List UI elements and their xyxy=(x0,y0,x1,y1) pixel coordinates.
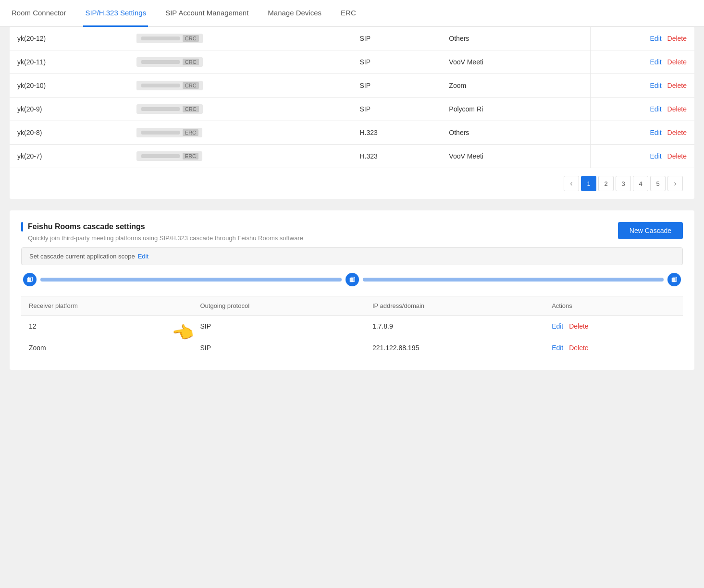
cascade-title-text: Feishu Rooms cascade settings xyxy=(28,222,145,231)
cell-actions-1: Edit Delete xyxy=(590,50,694,74)
cascade-subtitle: Quickly join third-party meeting platfor… xyxy=(28,234,303,242)
delete-button-3[interactable]: Delete xyxy=(667,105,687,113)
cell-actions-4: Edit Delete xyxy=(590,121,694,145)
cascade-protocol-1: SIP xyxy=(192,337,364,359)
tag-label-2: CRC xyxy=(183,82,199,89)
cascade-title-group: Feishu Rooms cascade settings Quickly jo… xyxy=(21,222,303,242)
cascade-protocol-0: SIP xyxy=(192,316,364,337)
cascade-edit-button-0[interactable]: Edit xyxy=(552,322,563,330)
cascade-actions-0: Edit Delete xyxy=(544,316,683,337)
tag-bar-5: ERC xyxy=(136,151,202,161)
table-row: yk(20-9) CRC SIP Polycom Ri Edit Delete xyxy=(10,98,694,121)
slider-handle-middle[interactable] xyxy=(346,273,359,286)
col-receiver-platform: Receiver platform xyxy=(21,296,192,316)
cell-platform-5: VooV Meeti xyxy=(441,145,590,168)
cell-tag-0: CRC xyxy=(129,27,352,50)
nav-room-connector[interactable]: Room Connector xyxy=(10,0,68,27)
scope-bar: Set cascade current application scope Ed… xyxy=(21,247,683,265)
top-nav: Room Connector SIP/H.323 Settings SIP Ac… xyxy=(0,0,704,27)
edit-button-1[interactable]: Edit xyxy=(650,58,662,66)
table-row: yk(20-7) ERC H.323 VooV Meeti Edit Delet… xyxy=(10,145,694,168)
cascade-table-row: Zoom SIP 221.122.88.195 Edit Delete xyxy=(21,337,683,359)
copy-icon-middle xyxy=(349,276,356,283)
tag-label-3: CRC xyxy=(183,106,199,112)
slider-handle-right[interactable] xyxy=(667,273,681,286)
tag-bar-3: CRC xyxy=(136,104,203,114)
cell-name-4: yk(20-8) xyxy=(10,121,129,145)
delete-button-0[interactable]: Delete xyxy=(667,35,687,42)
page-1-button[interactable]: 1 xyxy=(581,176,596,191)
cascade-ip-1: 221.122.88.195 xyxy=(365,337,544,359)
cell-actions-2: Edit Delete xyxy=(590,74,694,98)
nav-manage-devices[interactable]: Manage Devices xyxy=(266,0,323,27)
delete-button-5[interactable]: Delete xyxy=(667,152,687,160)
tag-label-0: CRC xyxy=(183,35,199,42)
cell-actions-5: Edit Delete xyxy=(590,145,694,168)
slider-handle-left[interactable] xyxy=(23,273,37,286)
cascade-table-header-row: Receiver platform Outgoing protocol IP a… xyxy=(21,296,683,316)
slider-segment-1 xyxy=(40,278,342,282)
delete-button-1[interactable]: Delete xyxy=(667,58,687,66)
cascade-section: Feishu Rooms cascade settings Quickly jo… xyxy=(10,210,694,370)
nav-sip-account[interactable]: SIP Account Management xyxy=(163,0,250,27)
tag-bar-1: CRC xyxy=(136,57,203,67)
cascade-title: Feishu Rooms cascade settings xyxy=(21,222,303,232)
cell-platform-3: Polycom Ri xyxy=(441,98,590,121)
cascade-table-row: 12 SIP 1.7.8.9 Edit Delete xyxy=(21,316,683,337)
cell-name-5: yk(20-7) xyxy=(10,145,129,168)
nav-erc[interactable]: ERC xyxy=(339,0,358,27)
page-5-button[interactable]: 5 xyxy=(650,176,666,191)
page-next-button[interactable]: › xyxy=(667,176,683,191)
cell-name-0: yk(20-12) xyxy=(10,27,129,50)
cell-protocol-5: H.323 xyxy=(352,145,441,168)
edit-button-3[interactable]: Edit xyxy=(650,105,662,113)
edit-button-0[interactable]: Edit xyxy=(650,35,662,42)
edit-button-2[interactable]: Edit xyxy=(650,82,662,89)
cascade-header: Feishu Rooms cascade settings Quickly jo… xyxy=(21,222,683,242)
tag-bar-4: ERC xyxy=(136,128,202,137)
main-content: yk(20-12) CRC SIP Others Edit Delete yk(… xyxy=(0,27,704,380)
cell-platform-0: Others xyxy=(441,27,590,50)
cascade-delete-button-1[interactable]: Delete xyxy=(569,344,588,352)
page-2-button[interactable]: 2 xyxy=(598,176,614,191)
pagination: ‹ 1 2 3 4 5 › xyxy=(10,168,694,199)
cell-protocol-2: SIP xyxy=(352,74,441,98)
cascade-edit-button-1[interactable]: Edit xyxy=(552,344,563,352)
cascade-platform-0: 12 xyxy=(21,316,192,337)
page-prev-button[interactable]: ‹ xyxy=(564,176,579,191)
cell-protocol-4: H.323 xyxy=(352,121,441,145)
cell-actions-3: Edit Delete xyxy=(590,98,694,121)
table-row: yk(20-8) ERC H.323 Others Edit Delete xyxy=(10,121,694,145)
cell-tag-2: CRC xyxy=(129,74,352,98)
new-cascade-button[interactable]: New Cascade xyxy=(618,222,683,239)
edit-button-5[interactable]: Edit xyxy=(650,152,662,160)
copy-icon-left xyxy=(26,276,33,283)
tag-label-1: CRC xyxy=(183,59,199,65)
cell-name-2: yk(20-10) xyxy=(10,74,129,98)
page-3-button[interactable]: 3 xyxy=(616,176,631,191)
nav-sip-h323[interactable]: SIP/H.323 Settings xyxy=(83,0,148,27)
device-table: yk(20-12) CRC SIP Others Edit Delete yk(… xyxy=(10,27,694,168)
cell-name-1: yk(20-11) xyxy=(10,50,129,74)
cascade-delete-button-0[interactable]: Delete xyxy=(569,322,588,330)
scope-slider-area xyxy=(21,273,683,286)
cascade-table: Receiver platform Outgoing protocol IP a… xyxy=(21,296,683,358)
delete-button-2[interactable]: Delete xyxy=(667,82,687,89)
cell-tag-1: CRC xyxy=(129,50,352,74)
delete-button-4[interactable]: Delete xyxy=(667,129,687,136)
col-outgoing-protocol: Outgoing protocol xyxy=(192,296,364,316)
tag-label-4: ERC xyxy=(183,129,198,136)
cell-protocol-3: SIP xyxy=(352,98,441,121)
page-4-button[interactable]: 4 xyxy=(633,176,648,191)
slider-segment-2 xyxy=(363,278,664,282)
col-actions: Actions xyxy=(544,296,683,316)
scope-edit-link[interactable]: Edit xyxy=(138,253,148,260)
tag-bar-0: CRC xyxy=(136,34,203,43)
cell-protocol-1: SIP xyxy=(352,50,441,74)
cascade-ip-0: 1.7.8.9 xyxy=(365,316,544,337)
cell-tag-5: ERC xyxy=(129,145,352,168)
edit-button-4[interactable]: Edit xyxy=(650,129,662,136)
cell-name-3: yk(20-9) xyxy=(10,98,129,121)
scope-label: Set cascade current application scope xyxy=(29,253,135,260)
cell-protocol-0: SIP xyxy=(352,27,441,50)
